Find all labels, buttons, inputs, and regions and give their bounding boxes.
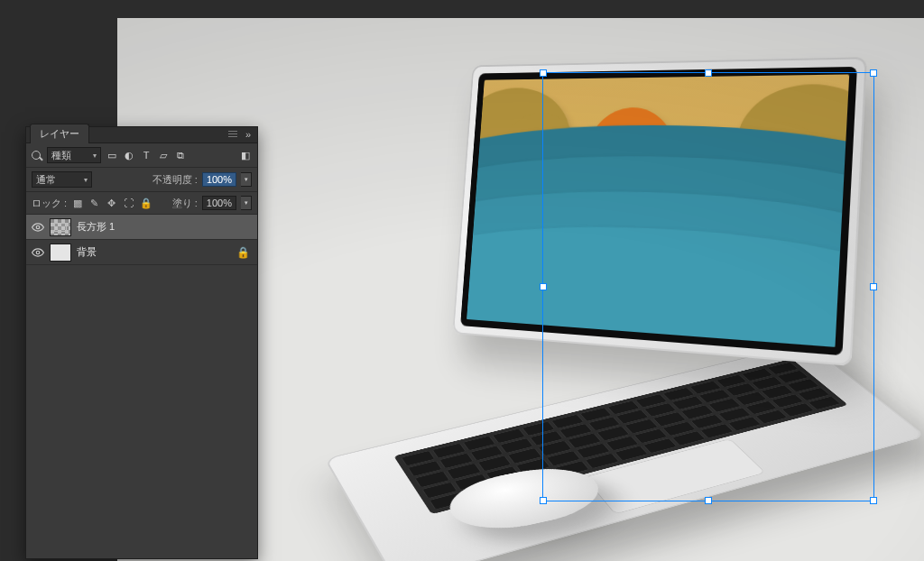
shape-filter-icon[interactable]: ▱	[157, 149, 170, 161]
lock-all-icon[interactable]: 🔒	[140, 198, 152, 209]
opacity-input[interactable]: 100%	[202, 172, 236, 187]
blend-mode-value: 通常	[36, 173, 56, 187]
screen-artwork	[467, 75, 849, 347]
chevron-down-icon: ▾	[84, 176, 88, 184]
panel-menu-icon[interactable]: »	[243, 129, 254, 140]
svg-point-0	[36, 225, 40, 229]
layer-filter-kind-select[interactable]: 種類 ▾	[47, 147, 101, 163]
tab-label: レイヤー	[40, 128, 79, 139]
lock-icon[interactable]: 🔒	[236, 246, 250, 259]
fill-input[interactable]: 100%	[202, 196, 236, 210]
panel-grip-icon[interactable]	[228, 131, 237, 138]
laptop-screen	[452, 57, 867, 366]
art-wave	[467, 187, 849, 347]
laptop-base	[324, 343, 924, 561]
adjustment-filter-icon[interactable]: ◐	[123, 149, 135, 161]
art-boat	[610, 206, 661, 225]
art-cloud-left	[467, 87, 573, 191]
fill-label: 塗り :	[172, 197, 198, 210]
art-wave	[467, 125, 849, 304]
layer-name[interactable]: 長方形 1	[77, 220, 252, 234]
chevron-down-icon: ▾	[93, 152, 97, 160]
tab-layers[interactable]: レイヤー	[30, 124, 89, 143]
mouse-mockup	[439, 460, 614, 539]
visibility-toggle-icon[interactable]	[32, 246, 44, 259]
layer-filter-row: 種類 ▾ ▭ ◐ T ▱ ⧉ ◧	[26, 143, 257, 168]
layer-thumbnail[interactable]	[50, 218, 71, 236]
art-wave	[467, 219, 849, 347]
opacity-stepper[interactable]: ▾	[241, 172, 252, 187]
layer-filter-kind-label: 種類	[51, 149, 71, 162]
lock-fill-row: ロック : ▩ ✎ ✥ ⛶ 🔒 塗り : 100% ▾	[26, 192, 257, 215]
type-filter-icon[interactable]: T	[140, 149, 152, 161]
search-icon	[32, 151, 41, 160]
panel-tabbar: レイヤー »	[26, 127, 257, 143]
layer-row-rect1[interactable]: 長方形 1	[26, 215, 257, 240]
art-sun	[583, 107, 679, 207]
art-wave	[467, 153, 849, 338]
smartobject-filter-icon[interactable]: ⧉	[174, 149, 187, 161]
lock-buttons: ▩ ✎ ✥ ⛶ 🔒	[71, 198, 152, 209]
fill-stepper[interactable]: ▾	[241, 196, 252, 210]
blend-opacity-row: 通常 ▾ 不透明度 : 100% ▾	[26, 168, 257, 192]
laptop-trackpad	[584, 438, 766, 514]
art-cloud-right	[735, 83, 850, 198]
layer-row-bg[interactable]: 背景 🔒	[26, 240, 257, 265]
lock-transparent-icon[interactable]: ▩	[71, 198, 83, 209]
layers-panel[interactable]: レイヤー » 種類 ▾ ▭ ◐ T ▱ ⧉ ◧ 通常 ▾ 不透明度 : 100%…	[25, 126, 258, 559]
blend-mode-select[interactable]: 通常 ▾	[32, 171, 92, 188]
svg-point-1	[36, 251, 40, 254]
lock-label: ロック :	[32, 197, 67, 210]
lock-position-icon[interactable]: ✥	[106, 198, 117, 209]
layer-name[interactable]: 背景	[77, 245, 231, 259]
filter-toggle-icon[interactable]: ◧	[239, 149, 252, 161]
lock-pixels-icon[interactable]: ✎	[88, 198, 100, 209]
layer-thumbnail[interactable]	[50, 244, 71, 262]
opacity-label: 不透明度 :	[152, 173, 198, 187]
image-filter-icon[interactable]: ▭	[106, 149, 118, 161]
laptop-mockup	[214, 82, 827, 551]
visibility-toggle-icon[interactable]	[32, 221, 44, 234]
laptop-keyboard	[393, 359, 848, 514]
lock-artboard-icon[interactable]: ⛶	[123, 198, 134, 209]
